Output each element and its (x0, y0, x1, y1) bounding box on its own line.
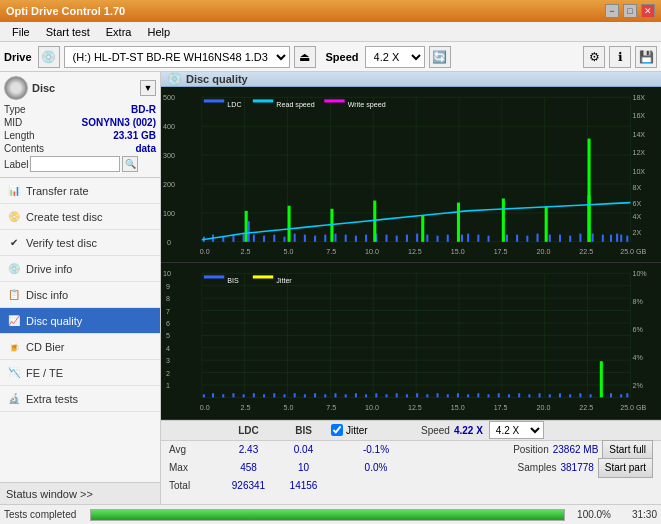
titlebar: Opti Drive Control 1.70 − □ ✕ (0, 0, 661, 22)
svg-text:BIS: BIS (227, 277, 239, 285)
disc-panel-label: Disc (32, 82, 55, 94)
start-full-button[interactable]: Start full (602, 440, 653, 460)
svg-rect-52 (426, 235, 428, 242)
refresh-button[interactable]: 🔄 (429, 46, 451, 68)
svg-rect-145 (345, 395, 347, 398)
svg-rect-142 (314, 394, 316, 398)
drive-icon-button[interactable]: 💿 (38, 46, 60, 68)
svg-rect-77 (626, 236, 628, 242)
svg-rect-57 (467, 234, 469, 242)
minimize-button[interactable]: − (605, 4, 619, 18)
drive-select[interactable]: (H:) HL-DT-ST BD-RE WH16NS48 1.D3 (64, 46, 290, 68)
app-title: Opti Drive Control 1.70 (6, 5, 125, 17)
svg-rect-40 (334, 234, 336, 242)
svg-rect-42 (345, 235, 347, 242)
svg-text:15.0: 15.0 (451, 404, 465, 412)
sidebar-item-create-test-disc[interactable]: 📀 Create test disc (0, 204, 160, 230)
disc-quality-icon: 📈 (6, 313, 22, 329)
svg-text:7: 7 (166, 308, 170, 316)
svg-text:8%: 8% (632, 299, 643, 307)
speed-select[interactable]: 4.2 X (365, 46, 425, 68)
save-button[interactable]: 💾 (635, 46, 657, 68)
svg-text:10X: 10X (632, 168, 645, 176)
menu-extra[interactable]: Extra (98, 24, 140, 40)
start-part-button[interactable]: Start part (598, 458, 653, 478)
svg-text:3: 3 (166, 358, 170, 366)
sidebar-item-transfer-rate[interactable]: 📊 Transfer rate (0, 178, 160, 204)
svg-text:4: 4 (166, 345, 170, 353)
status-window-button[interactable]: Status window >> (0, 482, 160, 504)
svg-rect-33 (273, 235, 275, 242)
svg-rect-155 (447, 395, 449, 398)
svg-rect-170 (600, 362, 603, 398)
svg-rect-53 (437, 236, 439, 242)
maximize-button[interactable]: □ (623, 4, 637, 18)
menu-help[interactable]: Help (139, 24, 178, 40)
svg-rect-62 (516, 235, 518, 242)
disc-quality-header: 💿 Disc quality (161, 72, 661, 87)
svg-text:16X: 16X (632, 112, 645, 120)
svg-rect-136 (253, 394, 255, 398)
menu-start-test[interactable]: Start test (38, 24, 98, 40)
sidebar-item-cd-bier[interactable]: 🍺 CD Bier (0, 334, 160, 360)
length-value: 23.31 GB (113, 130, 156, 141)
svg-rect-73 (610, 235, 612, 242)
sidebar-item-disc-info[interactable]: 📋 Disc info (0, 282, 160, 308)
jitter-checkbox[interactable] (331, 424, 343, 436)
disc-panel: Disc ▼ Type BD-R MID SONYNN3 (002) Lengt… (0, 72, 160, 178)
svg-rect-161 (508, 395, 510, 398)
svg-rect-28 (243, 234, 245, 242)
close-button[interactable]: ✕ (641, 4, 655, 18)
speed-label: Speed (326, 51, 359, 63)
svg-text:2: 2 (166, 370, 170, 378)
svg-text:25.0 GB: 25.0 GB (620, 248, 646, 256)
svg-rect-44 (365, 235, 367, 242)
svg-rect-160 (498, 394, 500, 398)
contents-value: data (135, 143, 156, 154)
svg-rect-153 (426, 395, 428, 398)
sidebar-item-verify-test-disc[interactable]: ✔ Verify test disc (0, 230, 160, 256)
svg-rect-147 (365, 395, 367, 398)
svg-rect-31 (253, 235, 255, 242)
nav-label-drive-info: Drive info (26, 263, 72, 275)
svg-rect-64 (537, 234, 539, 242)
svg-rect-163 (528, 395, 530, 398)
label-icon-button[interactable]: 🔍 (122, 156, 138, 172)
svg-rect-158 (477, 394, 479, 398)
nav-label-disc-quality: Disc quality (26, 315, 82, 327)
svg-text:4X: 4X (632, 213, 641, 221)
nav-label-disc-info: Disc info (26, 289, 68, 301)
sidebar-item-drive-info[interactable]: 💿 Drive info (0, 256, 160, 282)
svg-text:15.0: 15.0 (451, 248, 465, 256)
nav-label-fe-te: FE / TE (26, 367, 63, 379)
svg-text:22.5: 22.5 (579, 248, 593, 256)
svg-rect-171 (610, 394, 612, 398)
svg-text:400: 400 (163, 123, 175, 131)
menu-file[interactable]: File (4, 24, 38, 40)
sidebar-item-fe-te[interactable]: 📉 FE / TE (0, 360, 160, 386)
sidebar-item-extra-tests[interactable]: 🔬 Extra tests (0, 386, 160, 412)
menubar: File Start test Extra Help (0, 22, 661, 42)
settings-button[interactable]: ⚙ (583, 46, 605, 68)
sidebar-item-disc-quality[interactable]: 📈 Disc quality (0, 308, 160, 334)
info-button[interactable]: ℹ (609, 46, 631, 68)
mid-label: MID (4, 117, 22, 128)
speed-dropdown[interactable]: 4.2 X (489, 421, 544, 439)
eject-button[interactable]: ⏏ (294, 46, 316, 68)
sidebar: Disc ▼ Type BD-R MID SONYNN3 (002) Lengt… (0, 72, 161, 504)
drive-info-icon: 💿 (6, 261, 22, 277)
label-input[interactable] (30, 156, 120, 172)
data-panel: LDC BIS Jitter Speed 4.22 X 4.2 X (161, 420, 661, 504)
svg-rect-144 (334, 394, 336, 398)
disc-options-button[interactable]: ▼ (140, 80, 156, 96)
svg-rect-172 (620, 395, 622, 398)
svg-rect-132 (212, 394, 214, 398)
svg-rect-133 (222, 395, 224, 398)
total-label: Total (169, 480, 221, 491)
svg-rect-164 (539, 394, 541, 398)
svg-rect-63 (526, 236, 528, 242)
avg-bis: 0.04 (276, 444, 331, 455)
svg-text:14X: 14X (632, 131, 645, 139)
nav-label-create-test-disc: Create test disc (26, 211, 102, 223)
max-label: Max (169, 462, 221, 473)
